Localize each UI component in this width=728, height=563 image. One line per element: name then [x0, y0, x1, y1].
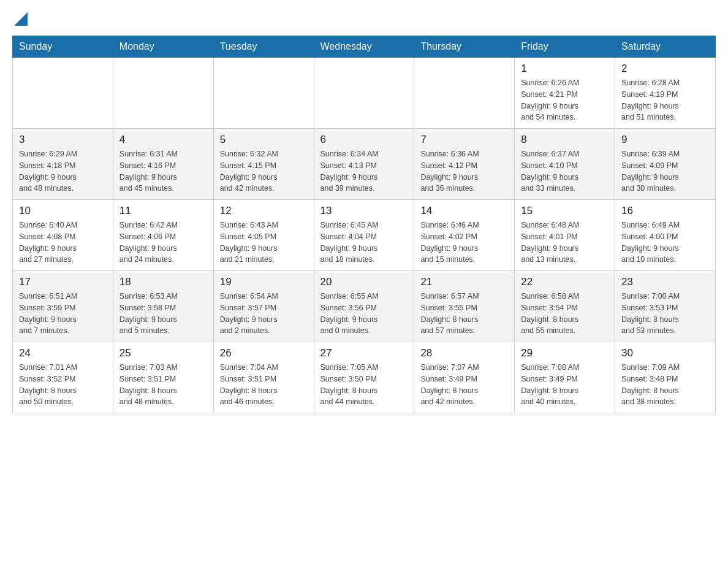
calendar-day-cell: 17Sunrise: 6:51 AM Sunset: 3:59 PM Dayli…: [13, 271, 113, 342]
day-info: Sunrise: 6:40 AM Sunset: 4:08 PM Dayligh…: [19, 220, 107, 266]
day-info: Sunrise: 7:08 AM Sunset: 3:49 PM Dayligh…: [521, 362, 609, 408]
calendar-day-cell: 13Sunrise: 6:45 AM Sunset: 4:04 PM Dayli…: [314, 200, 414, 271]
day-of-week-header: Friday: [515, 36, 615, 58]
day-info: Sunrise: 6:29 AM Sunset: 4:18 PM Dayligh…: [19, 148, 107, 194]
day-number: 21: [420, 276, 508, 288]
day-of-week-header: Tuesday: [213, 36, 314, 58]
day-info: Sunrise: 6:48 AM Sunset: 4:01 PM Dayligh…: [521, 220, 609, 266]
logo-triangle-icon: [14, 12, 28, 26]
day-of-week-header: Sunday: [13, 36, 113, 58]
calendar-day-cell: 16Sunrise: 6:49 AM Sunset: 4:00 PM Dayli…: [615, 200, 716, 271]
calendar-day-cell: 24Sunrise: 7:01 AM Sunset: 3:52 PM Dayli…: [13, 342, 113, 413]
day-number: 27: [320, 347, 408, 359]
day-number: 30: [621, 347, 709, 359]
calendar-day-cell: 25Sunrise: 7:03 AM Sunset: 3:51 PM Dayli…: [113, 342, 213, 413]
calendar-day-cell: 26Sunrise: 7:04 AM Sunset: 3:51 PM Dayli…: [213, 342, 314, 413]
day-info: Sunrise: 6:31 AM Sunset: 4:16 PM Dayligh…: [119, 148, 207, 194]
calendar-day-cell: 1Sunrise: 6:26 AM Sunset: 4:21 PM Daylig…: [515, 58, 615, 129]
calendar-day-cell: 9Sunrise: 6:39 AM Sunset: 4:09 PM Daylig…: [615, 129, 716, 200]
calendar-day-cell: 29Sunrise: 7:08 AM Sunset: 3:49 PM Dayli…: [515, 342, 615, 413]
day-info: Sunrise: 6:32 AM Sunset: 4:15 PM Dayligh…: [220, 148, 308, 194]
calendar-day-cell: [113, 58, 213, 129]
day-number: 17: [19, 276, 107, 288]
calendar-day-cell: 5Sunrise: 6:32 AM Sunset: 4:15 PM Daylig…: [213, 129, 314, 200]
calendar-day-cell: 27Sunrise: 7:05 AM Sunset: 3:50 PM Dayli…: [314, 342, 414, 413]
day-info: Sunrise: 7:09 AM Sunset: 3:48 PM Dayligh…: [621, 362, 709, 408]
day-number: 4: [119, 134, 207, 146]
calendar-week-row: 17Sunrise: 6:51 AM Sunset: 3:59 PM Dayli…: [13, 271, 716, 342]
day-info: Sunrise: 6:36 AM Sunset: 4:12 PM Dayligh…: [420, 148, 508, 194]
day-number: 26: [220, 347, 308, 359]
day-number: 28: [420, 347, 508, 359]
day-info: Sunrise: 6:43 AM Sunset: 4:05 PM Dayligh…: [220, 220, 308, 266]
day-info: Sunrise: 7:00 AM Sunset: 3:53 PM Dayligh…: [621, 291, 709, 337]
day-number: 12: [220, 205, 308, 217]
day-number: 3: [19, 134, 107, 146]
calendar-day-cell: 4Sunrise: 6:31 AM Sunset: 4:16 PM Daylig…: [113, 129, 213, 200]
day-info: Sunrise: 6:51 AM Sunset: 3:59 PM Dayligh…: [19, 291, 107, 337]
calendar-day-cell: [414, 58, 515, 129]
calendar-week-row: 3Sunrise: 6:29 AM Sunset: 4:18 PM Daylig…: [13, 129, 716, 200]
day-info: Sunrise: 6:49 AM Sunset: 4:00 PM Dayligh…: [621, 220, 709, 266]
calendar-week-row: 24Sunrise: 7:01 AM Sunset: 3:52 PM Dayli…: [13, 342, 716, 413]
calendar-day-cell: [13, 58, 113, 129]
day-info: Sunrise: 7:04 AM Sunset: 3:51 PM Dayligh…: [220, 362, 308, 408]
day-info: Sunrise: 7:07 AM Sunset: 3:49 PM Dayligh…: [420, 362, 508, 408]
day-number: 19: [220, 276, 308, 288]
page-header: [12, 12, 716, 23]
day-info: Sunrise: 6:45 AM Sunset: 4:04 PM Dayligh…: [320, 220, 408, 266]
calendar-day-cell: 7Sunrise: 6:36 AM Sunset: 4:12 PM Daylig…: [414, 129, 515, 200]
day-number: 2: [621, 63, 709, 75]
day-number: 5: [220, 134, 308, 146]
calendar-day-cell: 12Sunrise: 6:43 AM Sunset: 4:05 PM Dayli…: [213, 200, 314, 271]
calendar-week-row: 10Sunrise: 6:40 AM Sunset: 4:08 PM Dayli…: [13, 200, 716, 271]
calendar-day-cell: 22Sunrise: 6:58 AM Sunset: 3:54 PM Dayli…: [515, 271, 615, 342]
day-number: 8: [521, 134, 609, 146]
calendar-day-cell: 18Sunrise: 6:53 AM Sunset: 3:58 PM Dayli…: [113, 271, 213, 342]
day-info: Sunrise: 6:58 AM Sunset: 3:54 PM Dayligh…: [521, 291, 609, 337]
calendar-day-cell: 19Sunrise: 6:54 AM Sunset: 3:57 PM Dayli…: [213, 271, 314, 342]
calendar-header-row: SundayMondayTuesdayWednesdayThursdayFrid…: [13, 36, 716, 58]
day-number: 1: [521, 63, 609, 75]
day-info: Sunrise: 6:28 AM Sunset: 4:19 PM Dayligh…: [621, 77, 709, 123]
day-info: Sunrise: 6:55 AM Sunset: 3:56 PM Dayligh…: [320, 291, 408, 337]
day-number: 25: [119, 347, 207, 359]
day-number: 18: [119, 276, 207, 288]
day-number: 16: [621, 205, 709, 217]
logo: [12, 12, 28, 23]
calendar-day-cell: 3Sunrise: 6:29 AM Sunset: 4:18 PM Daylig…: [13, 129, 113, 200]
day-info: Sunrise: 6:39 AM Sunset: 4:09 PM Dayligh…: [621, 148, 709, 194]
calendar-day-cell: 28Sunrise: 7:07 AM Sunset: 3:49 PM Dayli…: [414, 342, 515, 413]
calendar-day-cell: 10Sunrise: 6:40 AM Sunset: 4:08 PM Dayli…: [13, 200, 113, 271]
calendar-day-cell: 11Sunrise: 6:42 AM Sunset: 4:06 PM Dayli…: [113, 200, 213, 271]
calendar-week-row: 1Sunrise: 6:26 AM Sunset: 4:21 PM Daylig…: [13, 58, 716, 129]
calendar-day-cell: 23Sunrise: 7:00 AM Sunset: 3:53 PM Dayli…: [615, 271, 716, 342]
calendar-day-cell: 8Sunrise: 6:37 AM Sunset: 4:10 PM Daylig…: [515, 129, 615, 200]
day-info: Sunrise: 6:42 AM Sunset: 4:06 PM Dayligh…: [119, 220, 207, 266]
calendar-day-cell: 20Sunrise: 6:55 AM Sunset: 3:56 PM Dayli…: [314, 271, 414, 342]
day-number: 6: [320, 134, 408, 146]
calendar-day-cell: 30Sunrise: 7:09 AM Sunset: 3:48 PM Dayli…: [615, 342, 716, 413]
day-info: Sunrise: 6:53 AM Sunset: 3:58 PM Dayligh…: [119, 291, 207, 337]
day-number: 29: [521, 347, 609, 359]
day-number: 13: [320, 205, 408, 217]
svg-marker-0: [14, 12, 28, 26]
calendar-day-cell: 14Sunrise: 6:46 AM Sunset: 4:02 PM Dayli…: [414, 200, 515, 271]
calendar-table: SundayMondayTuesdayWednesdayThursdayFrid…: [12, 36, 716, 413]
day-number: 9: [621, 134, 709, 146]
day-number: 15: [521, 205, 609, 217]
day-info: Sunrise: 7:03 AM Sunset: 3:51 PM Dayligh…: [119, 362, 207, 408]
calendar-day-cell: 2Sunrise: 6:28 AM Sunset: 4:19 PM Daylig…: [615, 58, 716, 129]
day-info: Sunrise: 6:46 AM Sunset: 4:02 PM Dayligh…: [420, 220, 508, 266]
day-number: 24: [19, 347, 107, 359]
day-of-week-header: Wednesday: [314, 36, 414, 58]
day-info: Sunrise: 6:57 AM Sunset: 3:55 PM Dayligh…: [420, 291, 508, 337]
day-info: Sunrise: 6:37 AM Sunset: 4:10 PM Dayligh…: [521, 148, 609, 194]
day-number: 7: [420, 134, 508, 146]
calendar-day-cell: [213, 58, 314, 129]
day-info: Sunrise: 7:05 AM Sunset: 3:50 PM Dayligh…: [320, 362, 408, 408]
day-number: 14: [420, 205, 508, 217]
day-info: Sunrise: 6:26 AM Sunset: 4:21 PM Dayligh…: [521, 77, 609, 123]
calendar-day-cell: 21Sunrise: 6:57 AM Sunset: 3:55 PM Dayli…: [414, 271, 515, 342]
day-of-week-header: Monday: [113, 36, 213, 58]
